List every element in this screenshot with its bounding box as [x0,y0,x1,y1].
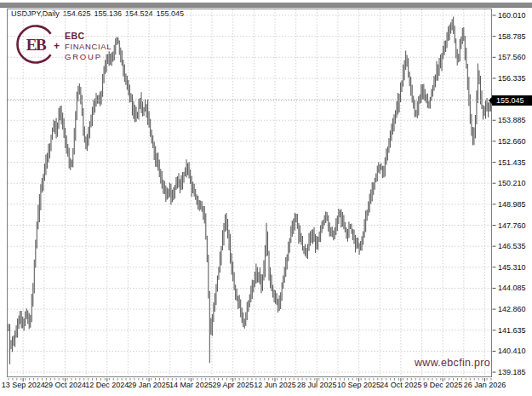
logo-monogram-icon: EB [26,36,47,54]
price-axis-label: 141.635 [498,326,532,335]
price-badge-arrow-icon [489,97,492,104]
price-axis-label: 158.785 [498,32,532,41]
price-axis-label: 150.210 [498,179,532,187]
watermark-url: www.ebcfin.pro [415,357,490,369]
price-axis-label: 147.760 [498,221,532,230]
logo-text-financial: FINANCIAL [65,42,112,51]
price-axis-label: 148.985 [498,200,532,209]
logo-text-group: GROUP [65,52,102,61]
price-axis-label: 144.085 [498,284,532,292]
price-axis-label: 157.560 [498,53,532,61]
price-axis-label: 145.310 [498,263,532,272]
current-price-value: 155.045 [496,96,524,105]
logo-text-ebc: EBC [65,31,85,41]
price-axis-label: 151.435 [498,158,532,167]
price-axis-label: 153.885 [498,116,532,124]
price-axis-label: 152.660 [498,137,532,146]
price-axis-label: 160.010 [498,11,532,20]
price-axis-label: 156.335 [498,74,532,83]
price-axis-label: 146.535 [498,242,532,250]
current-price-badge: 155.045 [492,95,532,106]
time-axis-label: 26 Jan 2026 [455,381,515,389]
price-axis-label: 140.410 [498,347,532,355]
price-axis-label: 142.860 [498,305,532,313]
price-axis-label: 139.185 [498,368,532,376]
ebc-logo: EB + EBC FINANCIAL GROUP [16,25,117,69]
logo-plus-icon: + [54,40,60,52]
